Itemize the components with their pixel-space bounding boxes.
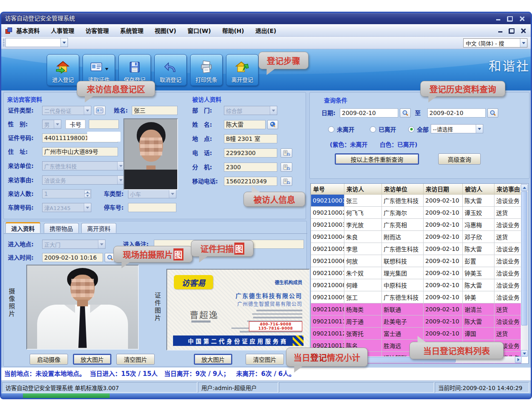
date-from-picker-button[interactable] bbox=[400, 108, 411, 118]
table-row[interactable]: 090210006 何放 联想科技 2009-02-10 彭置 洽谈业务 bbox=[311, 255, 522, 267]
visitor-count-stepper[interactable]: 1 bbox=[42, 189, 91, 198]
date-to-picker-button[interactable] bbox=[487, 108, 498, 118]
cell-unit[interactable]: 广东海尔 bbox=[382, 206, 424, 218]
call-mobile-button[interactable] bbox=[281, 177, 292, 186]
clear-photo-button[interactable]: 清空图片 bbox=[116, 354, 155, 365]
filter-select[interactable]: --请选择 bbox=[431, 124, 483, 133]
table-row[interactable]: 090210005 李思 广东德生科技 2009-02-10 陈大雷 洽谈业务 bbox=[311, 243, 522, 255]
table-row[interactable]: 090210003 李光放 广东亮相 2009-02-10 冯惠梅 洽谈业务 bbox=[311, 218, 522, 230]
cell-unit[interactable]: 广东德生科技 bbox=[382, 243, 424, 255]
cell-visitor[interactable]: 周于通 bbox=[344, 315, 382, 327]
mdi-restore-button[interactable] bbox=[508, 27, 515, 33]
cell-host[interactable]: 钟美玉 bbox=[463, 267, 494, 279]
cell-id[interactable]: 090210001 bbox=[311, 194, 344, 206]
date-to-input[interactable]: 2009-02-10 bbox=[427, 108, 486, 118]
cell-reason[interactable]: 洽谈业务 bbox=[494, 194, 522, 206]
mdi-minimize-button[interactable] bbox=[497, 27, 504, 33]
cell-host[interactable]: 谭玉姣 bbox=[463, 206, 494, 218]
cell-visitor[interactable]: 张工 bbox=[344, 291, 382, 303]
cell-visitor[interactable]: 张三 bbox=[344, 194, 382, 206]
cell-date[interactable]: 2009-02-10 bbox=[424, 218, 463, 230]
cell-date[interactable]: 2009-02-10 bbox=[424, 291, 463, 303]
scroll-down-button[interactable] bbox=[521, 350, 528, 357]
mdi-close-button[interactable] bbox=[519, 27, 527, 33]
cell-reason[interactable]: 洽谈业务 bbox=[494, 291, 522, 303]
col-header[interactable]: 来访单位 bbox=[382, 184, 424, 194]
visit-unit-select[interactable]: 广东德生科技 bbox=[42, 161, 125, 170]
location-input[interactable]: B幢 2301 室 bbox=[224, 134, 277, 143]
radio-left[interactable]: 已离开 bbox=[370, 125, 396, 133]
minimize-button[interactable] bbox=[494, 15, 502, 21]
tab-carried-items[interactable]: 携带物品 bbox=[44, 223, 79, 233]
cell-reason[interactable]: 送货 bbox=[494, 303, 522, 315]
chevron-down-icon[interactable] bbox=[520, 39, 527, 47]
enter-register-button[interactable]: 进入登记 bbox=[47, 54, 79, 86]
menu-item[interactable]: 视图(V) bbox=[155, 26, 176, 35]
cell-date[interactable]: 2009-02-10 bbox=[424, 315, 463, 327]
cell-reason[interactable]: 送货 bbox=[494, 327, 522, 339]
cell-visitor[interactable]: 何峰 bbox=[344, 279, 382, 291]
cell-host[interactable]: 陈大雷 bbox=[463, 243, 494, 255]
table-row[interactable]: 090210007 朱个奴 理光集团 2009-02-10 钟美玉 洽谈业务 bbox=[311, 267, 522, 279]
toolbar-grip[interactable] bbox=[3, 39, 5, 47]
cell-date[interactable]: 2009-02-10 bbox=[424, 279, 463, 291]
card-number-input[interactable] bbox=[89, 120, 119, 129]
menu-item[interactable]: 帮助(H) bbox=[222, 26, 244, 35]
spin-up-icon[interactable] bbox=[84, 190, 90, 194]
zoom-photo-button[interactable]: 放大图片 bbox=[73, 354, 111, 365]
phone-input[interactable]: 22992300 bbox=[224, 148, 277, 158]
cell-unit[interactable]: 附而达 bbox=[382, 230, 424, 243]
menu-item[interactable]: 人事管理 bbox=[51, 26, 74, 35]
cell-unit[interactable]: 中原科技 bbox=[382, 279, 424, 291]
cell-host[interactable]: 陈大雷 bbox=[463, 315, 494, 327]
cell-visitor[interactable]: 杨海类 bbox=[344, 303, 382, 315]
table-row[interactable]: 090210011 周于通 赴美电子 2009-02-10 陈大雷 洽谈业务 bbox=[311, 315, 522, 327]
cell-reason[interactable]: 送货 bbox=[494, 230, 522, 243]
cell-visitor[interactable]: 李思 bbox=[344, 243, 382, 255]
table-row[interactable]: 090210010 杨海类 新联通 2009-02-10 谢清兰 送货 bbox=[311, 303, 522, 315]
radio-not-left[interactable]: 未离开 bbox=[328, 125, 354, 133]
cell-reason[interactable]: 洽谈业务 bbox=[494, 255, 522, 267]
col-header[interactable]: 来访日期 bbox=[424, 184, 463, 194]
cell-reason[interactable]: 送货 bbox=[494, 206, 522, 218]
cell-id[interactable]: 090210012 bbox=[311, 327, 344, 339]
cell-date[interactable]: 2009-02-10 bbox=[424, 194, 463, 206]
scroll-thumb[interactable] bbox=[521, 191, 527, 325]
cell-id[interactable]: 090210003 bbox=[311, 218, 344, 230]
cell-id[interactable]: 090210002 bbox=[311, 206, 344, 218]
toolbar-combobox[interactable] bbox=[5, 38, 68, 47]
cell-visitor[interactable]: 朱个奴 bbox=[344, 267, 382, 279]
table-row[interactable]: 090210002 何飞飞 广东海尔 2009-02-10 谭玉姣 送货 bbox=[311, 206, 522, 218]
scroll-right-button[interactable] bbox=[515, 356, 522, 363]
cell-host[interactable]: 陈大雷 bbox=[463, 194, 494, 206]
visited-name-input[interactable]: 陈大雷 bbox=[224, 120, 266, 129]
cell-host[interactable]: 邓子欣 bbox=[463, 230, 494, 243]
cell-unit[interactable]: 广东德生科技 bbox=[382, 291, 424, 303]
mobile-input[interactable]: 15602210349 bbox=[224, 177, 277, 186]
entry-time-input[interactable]: 2009-02-10 10:16 bbox=[42, 253, 103, 262]
read-card-button[interactable] bbox=[94, 106, 105, 115]
col-header[interactable]: 单号 bbox=[311, 184, 344, 194]
vertical-scrollbar[interactable] bbox=[521, 184, 528, 357]
visitor-name-input[interactable]: 张三 bbox=[132, 106, 178, 115]
cell-date[interactable]: 2009-02-10 bbox=[424, 255, 463, 267]
menu-item[interactable]: 系统管理 bbox=[120, 26, 143, 35]
parking-number-input[interactable] bbox=[128, 203, 176, 212]
cell-date[interactable]: 2009-02-10 bbox=[424, 230, 463, 243]
cell-date[interactable]: 2009-02-10 bbox=[424, 243, 463, 255]
cell-id[interactable]: 090210005 bbox=[311, 243, 344, 255]
cell-id[interactable]: 090210009 bbox=[311, 291, 344, 303]
menu-item[interactable]: 基本资料 bbox=[16, 26, 40, 35]
date-from-input[interactable]: 2009-02-10 bbox=[340, 108, 398, 118]
cell-visitor[interactable]: 张寄托 bbox=[344, 327, 382, 339]
visit-reason-select[interactable]: 洽谈业务 bbox=[42, 175, 125, 185]
cell-host[interactable]: 谢清兰 bbox=[463, 303, 494, 315]
cell-date[interactable]: 2009-02-10 bbox=[424, 327, 463, 339]
cell-id[interactable]: 090210006 bbox=[311, 255, 344, 267]
plate-number-select[interactable]: 津A12345 bbox=[42, 203, 91, 212]
cell-visitor[interactable]: 何飞飞 bbox=[344, 206, 382, 218]
cell-visitor[interactable]: 李光放 bbox=[344, 218, 382, 230]
cell-reason[interactable]: 洽谈业务 bbox=[494, 218, 522, 230]
menu-item[interactable]: 退出(E) bbox=[255, 26, 276, 35]
spin-down-icon[interactable] bbox=[84, 194, 90, 198]
